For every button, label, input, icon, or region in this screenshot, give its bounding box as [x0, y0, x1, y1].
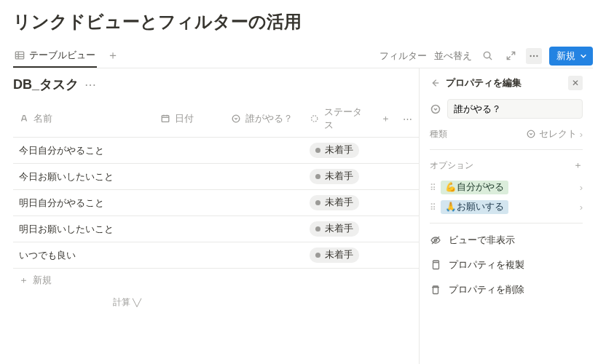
property-edit-panel: プロパティを編集 ✕ 種類 セレクト › オプション — [419, 68, 593, 364]
table-row[interactable]: いつでも良い未着手 — [13, 242, 419, 269]
chevron-right-icon: › — [580, 182, 583, 193]
duplicate-icon — [430, 259, 441, 271]
add-option-button[interactable]: ＋ — [573, 159, 583, 172]
cell-status[interactable]: 未着手 — [304, 164, 374, 190]
more-icon[interactable] — [526, 48, 542, 64]
table-row[interactable]: 明日お願いしたいこと未着手 — [13, 216, 419, 242]
status-icon — [310, 114, 319, 124]
svg-point-8 — [530, 55, 531, 56]
cell-who[interactable] — [225, 138, 304, 164]
property-name-input[interactable] — [447, 99, 583, 119]
panel-title: プロパティを編集 — [446, 76, 522, 90]
cell-date[interactable] — [154, 138, 225, 164]
col-more[interactable]: ⋯ — [397, 100, 419, 138]
duplicate-property-button[interactable]: プロパティを複製 — [430, 257, 583, 273]
data-table: 名前 日付 誰がやる？ ステータス ＋ ⋯ — [13, 100, 419, 269]
back-icon[interactable] — [430, 78, 440, 88]
cell-date[interactable] — [154, 164, 225, 190]
cell-date[interactable] — [154, 242, 225, 269]
trash-icon — [430, 284, 441, 296]
page-title: リンクドビューとフィルターの活用 — [13, 10, 593, 33]
add-row-button[interactable]: ＋新規 — [13, 269, 419, 292]
main-area: DB_タスク ⋯ 名前 日付 — [13, 68, 419, 364]
database-title[interactable]: DB_タスク — [13, 76, 79, 93]
select-option-row[interactable]: ⠿💪自分がやる› — [430, 181, 583, 194]
view-tabbar: テーブルビュー ＋ フィルター 並べ替え 新規 — [13, 44, 593, 68]
cell-who[interactable] — [225, 164, 304, 190]
calendar-icon — [160, 114, 170, 124]
cell-status[interactable]: 未着手 — [304, 138, 374, 164]
chevron-down-icon — [580, 52, 587, 60]
svg-point-4 — [484, 52, 489, 58]
select-option-row[interactable]: ⠿🙏お願いする› — [430, 200, 583, 214]
option-pill: 💪自分がやる — [441, 181, 508, 194]
delete-property-button[interactable]: プロパティを削除 — [430, 282, 583, 298]
svg-line-5 — [489, 58, 491, 60]
svg-point-9 — [533, 55, 535, 56]
col-status[interactable]: ステータス — [304, 100, 374, 138]
type-label: 種類 — [430, 128, 447, 141]
select-icon — [526, 129, 536, 139]
cell-who[interactable] — [225, 216, 304, 242]
cell-name[interactable]: 明日自分がやること — [13, 190, 154, 216]
table-row[interactable]: 今日お願いしたいこと未着手 — [13, 164, 419, 190]
cell-name[interactable]: 今日お願いしたいこと — [13, 164, 154, 190]
table-row[interactable]: 明日自分がやること未着手 — [13, 190, 419, 216]
cell-name[interactable]: 今日自分がやること — [13, 138, 154, 164]
select-icon — [231, 114, 241, 124]
col-who[interactable]: 誰がやる？ — [225, 100, 304, 138]
svg-rect-12 — [162, 116, 169, 122]
cell-date[interactable] — [154, 216, 225, 242]
options-label: オプション — [430, 159, 473, 172]
select-icon — [430, 103, 441, 115]
cell-status[interactable]: 未着手 — [304, 242, 374, 269]
text-icon — [19, 114, 29, 124]
close-icon[interactable]: ✕ — [568, 76, 583, 90]
add-view-button[interactable]: ＋ — [104, 48, 122, 63]
option-pill: 🙏お願いする — [441, 200, 508, 214]
new-button-label: 新規 — [556, 50, 575, 63]
calc-row[interactable]: 計算 ╲╱ — [13, 292, 419, 313]
cell-status[interactable]: 未着手 — [304, 190, 374, 216]
table-icon — [15, 50, 25, 60]
cell-name[interactable]: 明日お願いしたいこと — [13, 216, 154, 242]
col-date[interactable]: 日付 — [154, 100, 225, 138]
hide-in-view-button[interactable]: ビューで非表示 — [430, 232, 583, 248]
drag-handle-icon[interactable]: ⠿ — [430, 183, 436, 193]
table-row[interactable]: 今日自分がやること未着手 — [13, 138, 419, 164]
chevron-right-icon: › — [580, 202, 583, 213]
eye-off-icon — [430, 234, 441, 246]
filter-button[interactable]: フィルター — [379, 50, 427, 63]
drag-handle-icon[interactable]: ⠿ — [430, 202, 436, 213]
property-type-row[interactable]: 種類 セレクト › — [430, 127, 583, 141]
svg-rect-23 — [433, 263, 439, 269]
col-add[interactable]: ＋ — [375, 100, 397, 138]
cell-who[interactable] — [225, 242, 304, 269]
sort-button[interactable]: 並べ替え — [434, 50, 472, 63]
cell-date[interactable] — [154, 190, 225, 216]
expand-icon[interactable] — [503, 48, 519, 64]
cell-name[interactable]: いつでも良い — [13, 242, 154, 269]
cell-status[interactable]: 未着手 — [304, 216, 374, 242]
tab-label: テーブルビュー — [29, 49, 95, 62]
search-icon[interactable] — [479, 48, 495, 64]
svg-rect-0 — [15, 52, 23, 59]
svg-point-17 — [312, 116, 318, 122]
svg-rect-24 — [433, 288, 438, 294]
col-name[interactable]: 名前 — [13, 100, 154, 138]
new-button[interactable]: 新規 — [549, 47, 593, 66]
svg-point-10 — [536, 55, 538, 56]
database-more-icon[interactable]: ⋯ — [84, 78, 97, 92]
cell-who[interactable] — [225, 190, 304, 216]
tab-table-view[interactable]: テーブルビュー — [13, 44, 97, 68]
